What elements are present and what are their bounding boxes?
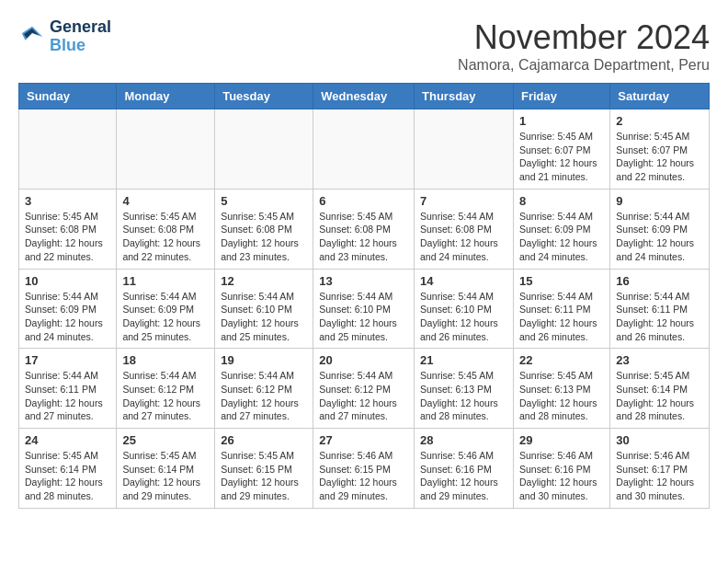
weekday-header: Friday (513, 84, 609, 109)
calendar-cell: 3Sunrise: 5:45 AM Sunset: 6:08 PM Daylig… (19, 189, 117, 269)
logo-text: General Blue (50, 18, 111, 55)
calendar-cell: 29Sunrise: 5:46 AM Sunset: 6:16 PM Dayli… (513, 429, 609, 509)
day-info: Sunrise: 5:45 AM Sunset: 6:08 PM Dayligh… (319, 210, 408, 264)
day-number: 6 (319, 194, 408, 208)
day-number: 3 (25, 194, 110, 208)
calendar-cell: 26Sunrise: 5:45 AM Sunset: 6:15 PM Dayli… (215, 429, 313, 509)
logo-icon (18, 23, 46, 51)
calendar-cell: 19Sunrise: 5:44 AM Sunset: 6:12 PM Dayli… (215, 349, 313, 429)
calendar-cell: 11Sunrise: 5:44 AM Sunset: 6:09 PM Dayli… (117, 269, 215, 349)
day-number: 27 (319, 433, 408, 447)
weekday-header: Wednesday (313, 84, 415, 109)
logo: General Blue (18, 18, 111, 55)
day-number: 21 (420, 353, 507, 367)
calendar-cell: 8Sunrise: 5:44 AM Sunset: 6:09 PM Daylig… (513, 189, 609, 269)
day-info: Sunrise: 5:44 AM Sunset: 6:12 PM Dayligh… (319, 369, 408, 423)
day-info: Sunrise: 5:44 AM Sunset: 6:08 PM Dayligh… (420, 210, 507, 264)
day-number: 9 (616, 194, 703, 208)
day-info: Sunrise: 5:44 AM Sunset: 6:11 PM Dayligh… (25, 369, 110, 423)
day-info: Sunrise: 5:46 AM Sunset: 6:16 PM Dayligh… (519, 449, 604, 503)
day-info: Sunrise: 5:45 AM Sunset: 6:08 PM Dayligh… (122, 210, 209, 264)
day-info: Sunrise: 5:44 AM Sunset: 6:10 PM Dayligh… (319, 290, 408, 344)
day-number: 5 (221, 194, 307, 208)
day-number: 17 (25, 353, 110, 367)
calendar-cell: 22Sunrise: 5:45 AM Sunset: 6:13 PM Dayli… (513, 349, 609, 429)
weekday-header: Tuesday (215, 84, 313, 109)
weekday-header: Thursday (415, 84, 514, 109)
day-number: 26 (221, 433, 307, 447)
day-info: Sunrise: 5:44 AM Sunset: 6:09 PM Dayligh… (25, 290, 110, 344)
calendar-week-row: 3Sunrise: 5:45 AM Sunset: 6:08 PM Daylig… (19, 189, 710, 269)
day-number: 8 (519, 194, 604, 208)
calendar-week-row: 17Sunrise: 5:44 AM Sunset: 6:11 PM Dayli… (19, 349, 710, 429)
day-number: 15 (519, 274, 604, 288)
day-info: Sunrise: 5:45 AM Sunset: 6:07 PM Dayligh… (616, 130, 703, 184)
calendar-cell: 24Sunrise: 5:45 AM Sunset: 6:14 PM Dayli… (19, 429, 117, 509)
calendar-cell: 28Sunrise: 5:46 AM Sunset: 6:16 PM Dayli… (415, 429, 514, 509)
day-info: Sunrise: 5:44 AM Sunset: 6:11 PM Dayligh… (616, 290, 703, 344)
calendar-cell: 21Sunrise: 5:45 AM Sunset: 6:13 PM Dayli… (415, 349, 514, 429)
day-number: 13 (319, 274, 408, 288)
day-info: Sunrise: 5:45 AM Sunset: 6:14 PM Dayligh… (616, 369, 703, 423)
day-number: 19 (221, 353, 307, 367)
day-number: 29 (519, 433, 604, 447)
calendar-cell (415, 109, 514, 190)
calendar-cell: 5Sunrise: 5:45 AM Sunset: 6:08 PM Daylig… (215, 189, 313, 269)
day-info: Sunrise: 5:45 AM Sunset: 6:13 PM Dayligh… (420, 369, 507, 423)
calendar-cell: 20Sunrise: 5:44 AM Sunset: 6:12 PM Dayli… (313, 349, 415, 429)
calendar-cell: 23Sunrise: 5:45 AM Sunset: 6:14 PM Dayli… (610, 349, 710, 429)
calendar-cell: 30Sunrise: 5:46 AM Sunset: 6:17 PM Dayli… (610, 429, 710, 509)
location-title: Namora, Cajamarca Department, Peru (458, 57, 710, 74)
calendar-cell: 17Sunrise: 5:44 AM Sunset: 6:11 PM Dayli… (19, 349, 117, 429)
day-number: 11 (122, 274, 209, 288)
day-info: Sunrise: 5:44 AM Sunset: 6:12 PM Dayligh… (221, 369, 307, 423)
month-title: November 2024 (458, 18, 710, 57)
calendar-cell: 7Sunrise: 5:44 AM Sunset: 6:08 PM Daylig… (415, 189, 514, 269)
day-number: 28 (420, 433, 507, 447)
day-info: Sunrise: 5:46 AM Sunset: 6:16 PM Dayligh… (420, 449, 507, 503)
day-number: 2 (616, 114, 703, 128)
day-number: 18 (122, 353, 209, 367)
day-info: Sunrise: 5:44 AM Sunset: 6:10 PM Dayligh… (221, 290, 307, 344)
day-info: Sunrise: 5:44 AM Sunset: 6:09 PM Dayligh… (616, 210, 703, 264)
day-number: 22 (519, 353, 604, 367)
calendar-cell: 25Sunrise: 5:45 AM Sunset: 6:14 PM Dayli… (117, 429, 215, 509)
day-number: 1 (519, 114, 604, 128)
calendar-cell: 14Sunrise: 5:44 AM Sunset: 6:10 PM Dayli… (415, 269, 514, 349)
day-number: 10 (25, 274, 110, 288)
calendar-week-row: 10Sunrise: 5:44 AM Sunset: 6:09 PM Dayli… (19, 269, 710, 349)
calendar: SundayMondayTuesdayWednesdayThursdayFrid… (18, 83, 710, 509)
calendar-cell: 2Sunrise: 5:45 AM Sunset: 6:07 PM Daylig… (610, 109, 710, 190)
weekday-header: Sunday (19, 84, 117, 109)
day-info: Sunrise: 5:45 AM Sunset: 6:14 PM Dayligh… (25, 449, 110, 503)
title-section: November 2024 Namora, Cajamarca Departme… (458, 18, 710, 74)
day-info: Sunrise: 5:46 AM Sunset: 6:17 PM Dayligh… (616, 449, 703, 503)
calendar-cell: 13Sunrise: 5:44 AM Sunset: 6:10 PM Dayli… (313, 269, 415, 349)
day-info: Sunrise: 5:44 AM Sunset: 6:12 PM Dayligh… (122, 369, 209, 423)
day-info: Sunrise: 5:45 AM Sunset: 6:07 PM Dayligh… (519, 130, 604, 184)
day-info: Sunrise: 5:44 AM Sunset: 6:09 PM Dayligh… (519, 210, 604, 264)
day-info: Sunrise: 5:45 AM Sunset: 6:13 PM Dayligh… (519, 369, 604, 423)
header: General Blue November 2024 Namora, Cajam… (18, 18, 710, 74)
calendar-cell: 15Sunrise: 5:44 AM Sunset: 6:11 PM Dayli… (513, 269, 609, 349)
day-number: 4 (122, 194, 209, 208)
day-number: 16 (616, 274, 703, 288)
day-number: 12 (221, 274, 307, 288)
calendar-cell: 9Sunrise: 5:44 AM Sunset: 6:09 PM Daylig… (610, 189, 710, 269)
day-number: 25 (122, 433, 209, 447)
weekday-header: Saturday (610, 84, 710, 109)
calendar-cell (19, 109, 117, 190)
day-number: 24 (25, 433, 110, 447)
calendar-cell (215, 109, 313, 190)
calendar-cell (313, 109, 415, 190)
day-info: Sunrise: 5:44 AM Sunset: 6:11 PM Dayligh… (519, 290, 604, 344)
day-info: Sunrise: 5:45 AM Sunset: 6:15 PM Dayligh… (221, 449, 307, 503)
calendar-cell: 16Sunrise: 5:44 AM Sunset: 6:11 PM Dayli… (610, 269, 710, 349)
calendar-cell: 18Sunrise: 5:44 AM Sunset: 6:12 PM Dayli… (117, 349, 215, 429)
day-info: Sunrise: 5:46 AM Sunset: 6:15 PM Dayligh… (319, 449, 408, 503)
weekday-header: Monday (117, 84, 215, 109)
day-info: Sunrise: 5:44 AM Sunset: 6:10 PM Dayligh… (420, 290, 507, 344)
calendar-cell: 6Sunrise: 5:45 AM Sunset: 6:08 PM Daylig… (313, 189, 415, 269)
calendar-header-row: SundayMondayTuesdayWednesdayThursdayFrid… (19, 84, 710, 109)
calendar-week-row: 1Sunrise: 5:45 AM Sunset: 6:07 PM Daylig… (19, 109, 710, 190)
